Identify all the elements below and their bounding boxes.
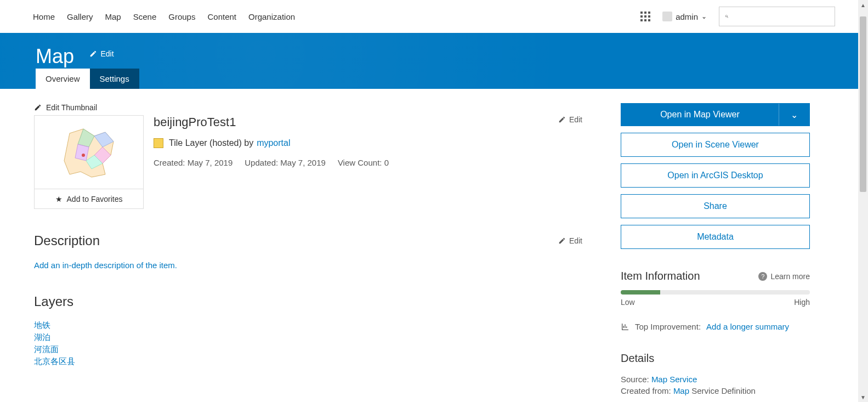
chevron-down-icon: ⌄ xyxy=(701,13,707,20)
nav-content[interactable]: Content xyxy=(207,12,236,21)
search-icon xyxy=(725,12,729,21)
thumbnail-box: ★ Add to Favorites xyxy=(34,115,144,209)
chart-icon xyxy=(621,322,629,331)
description-title: Description xyxy=(34,233,100,248)
chevron-down-icon: ⌄ xyxy=(791,110,798,120)
edit-title-button[interactable]: Edit xyxy=(89,49,114,58)
star-icon: ★ xyxy=(55,195,63,203)
item-type-label: Tile Layer (hosted) by xyxy=(169,138,253,148)
map-thumbnail-icon xyxy=(53,122,124,183)
item-header-row: ★ Add to Favorites beijingProTest1 Edit … xyxy=(34,115,582,209)
nav-organization[interactable]: Organization xyxy=(248,12,295,21)
avatar xyxy=(662,12,672,21)
open-map-viewer-label: Open in Map Viewer xyxy=(621,104,779,126)
tab-overview[interactable]: Overview xyxy=(36,69,90,89)
page-header: Map Edit Overview Settings xyxy=(0,33,868,89)
top-improvement-link[interactable]: Add a longer summary xyxy=(706,322,789,331)
nav-map[interactable]: Map xyxy=(105,12,121,21)
top-improvement-label: Top Improvement: xyxy=(635,322,701,331)
info-high-label: High xyxy=(794,298,810,307)
nav-gallery[interactable]: Gallery xyxy=(67,12,93,21)
pencil-icon xyxy=(558,116,566,123)
layers-title: Layers xyxy=(34,294,73,309)
scroll-up-arrow-icon[interactable]: ▲ xyxy=(858,0,868,10)
item-information-section: Item Information ? Learn more Low High T… xyxy=(621,270,810,331)
view-count-label: View Count: 0 xyxy=(338,158,389,167)
details-title: Details xyxy=(621,352,810,365)
user-menu[interactable]: admin ⌄ xyxy=(662,12,707,21)
edit-label: Edit xyxy=(569,115,582,124)
created-label: Created: May 7, 2019 xyxy=(154,158,232,167)
layer-item[interactable]: 河流面 xyxy=(34,344,582,355)
metadata-button[interactable]: Metadata xyxy=(621,225,810,249)
source-line: Source: Map Service xyxy=(621,375,810,384)
layer-item[interactable]: 北京各区县 xyxy=(34,356,582,367)
layer-item[interactable]: 地铁 xyxy=(34,320,582,331)
source-link[interactable]: Map Service xyxy=(651,375,697,384)
content: Edit Thumbnail ★ Add t xyxy=(0,89,868,402)
created-from-line: Created from: Map Service Definition xyxy=(621,386,810,395)
right-column: Open in Map Viewer ⌄ Open in Scene Viewe… xyxy=(621,103,810,398)
edit-item-title-button[interactable]: Edit xyxy=(558,115,582,124)
created-from-link[interactable]: Map xyxy=(673,386,689,395)
edit-label: Edit xyxy=(569,236,582,245)
top-right: admin ⌄ xyxy=(640,7,835,26)
info-progress-bar xyxy=(621,290,810,295)
updated-label: Updated: May 7, 2019 xyxy=(245,158,326,167)
pencil-icon xyxy=(558,237,566,245)
pencil-icon xyxy=(89,50,97,58)
tab-settings[interactable]: Settings xyxy=(90,69,139,89)
info-low-label: Low xyxy=(621,298,635,307)
apps-icon[interactable] xyxy=(640,12,650,21)
edit-thumbnail-button[interactable]: Edit Thumbnail xyxy=(34,103,97,112)
item-information-header: Item Information ? Learn more xyxy=(621,270,810,282)
tile-layer-icon xyxy=(154,138,163,148)
search-box[interactable] xyxy=(719,7,835,26)
open-map-viewer-button[interactable]: Open in Map Viewer ⌄ xyxy=(621,103,810,126)
add-to-favorites-label: Add to Favorites xyxy=(67,195,123,203)
open-map-viewer-dropdown[interactable]: ⌄ xyxy=(779,104,809,126)
learn-more-link[interactable]: ? Learn more xyxy=(758,272,810,281)
item-information-title: Item Information xyxy=(621,270,700,282)
nav-list: Home Gallery Map Scene Groups Content Or… xyxy=(33,12,295,21)
created-from-after: Service Definition xyxy=(691,386,756,395)
user-name: admin xyxy=(676,12,698,21)
info-progress-labels: Low High xyxy=(621,298,810,307)
search-input[interactable] xyxy=(733,12,829,21)
info-progress-fill xyxy=(621,290,660,295)
scrollbar[interactable]: ▲ ▼ xyxy=(858,0,868,402)
edit-description-button[interactable]: Edit xyxy=(558,236,582,245)
help-icon: ? xyxy=(758,272,767,281)
edit-thumbnail-label: Edit Thumbnail xyxy=(46,103,97,112)
top-improvement-row: Top Improvement: Add a longer summary xyxy=(621,322,810,331)
item-type-row: Tile Layer (hosted) by myportal xyxy=(154,138,582,148)
add-description-link[interactable]: Add an in-depth description of the item. xyxy=(34,261,582,270)
description-header: Description Edit xyxy=(34,233,582,248)
open-arcgis-desktop-button[interactable]: Open in ArcGIS Desktop xyxy=(621,163,810,188)
svg-point-0 xyxy=(82,154,85,157)
layers-header: Layers xyxy=(34,294,582,309)
share-button[interactable]: Share xyxy=(621,194,810,218)
item-meta: beijingProTest1 Edit Tile Layer (hosted)… xyxy=(154,115,582,167)
layers-list: 地铁 湖泊 河流面 北京各区县 xyxy=(34,320,582,367)
top-navigation: Home Gallery Map Scene Groups Content Or… xyxy=(0,0,868,33)
tab-bar: Overview Settings xyxy=(36,69,139,89)
nav-scene[interactable]: Scene xyxy=(133,12,157,21)
page-title: Map xyxy=(36,45,74,68)
source-label: Source: xyxy=(621,375,649,384)
scroll-down-arrow-icon[interactable]: ▼ xyxy=(858,392,868,402)
left-column: Edit Thumbnail ★ Add t xyxy=(34,103,582,398)
item-owner-link[interactable]: myportal xyxy=(257,138,290,148)
created-from-label: Created from: xyxy=(621,386,671,395)
edit-title-label: Edit xyxy=(100,49,114,58)
open-scene-viewer-button[interactable]: Open in Scene Viewer xyxy=(621,133,810,157)
pencil-icon xyxy=(34,104,42,111)
layer-item[interactable]: 湖泊 xyxy=(34,332,582,343)
nav-home[interactable]: Home xyxy=(33,12,55,21)
thumbnail-image xyxy=(35,116,143,189)
add-to-favorites-button[interactable]: ★ Add to Favorites xyxy=(35,189,143,208)
learn-more-label: Learn more xyxy=(770,272,810,281)
item-title: beijingProTest1 xyxy=(154,115,236,129)
nav-groups[interactable]: Groups xyxy=(168,12,195,21)
scroll-thumb[interactable] xyxy=(860,16,866,192)
